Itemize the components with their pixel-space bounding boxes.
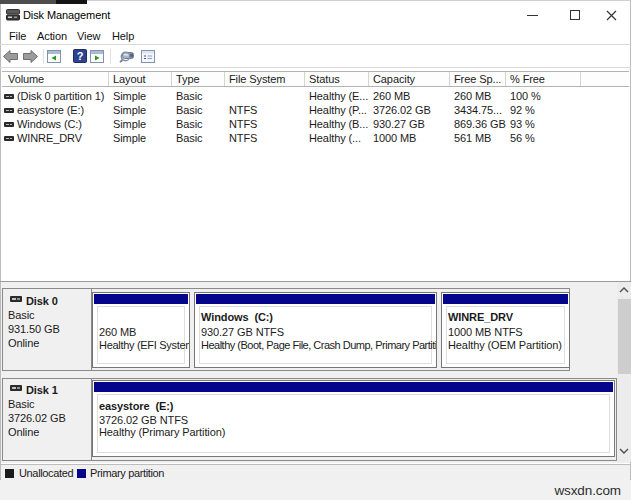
- svg-text:?: ?: [77, 50, 84, 62]
